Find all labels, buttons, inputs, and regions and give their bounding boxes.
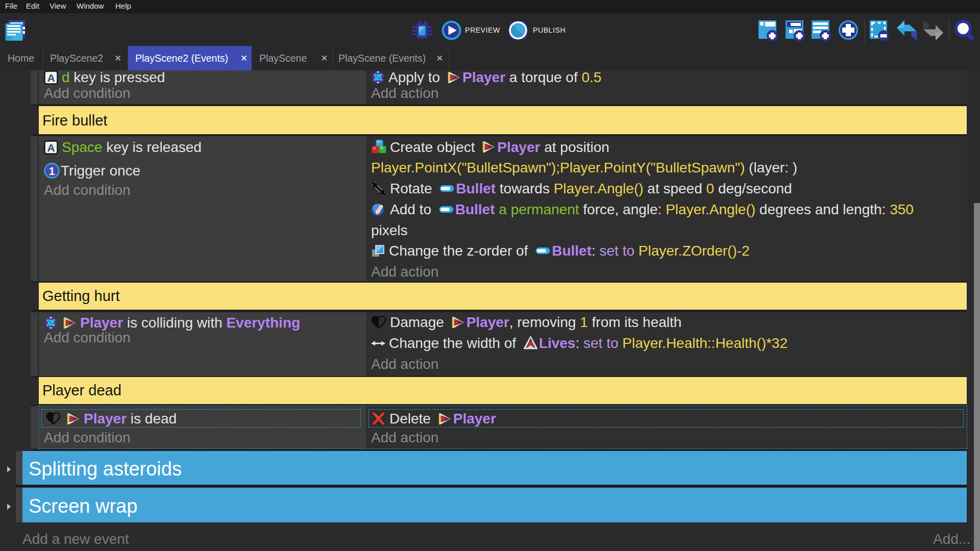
svg-text:A: A (47, 141, 55, 153)
svg-text:1: 1 (48, 165, 55, 178)
svg-text:A: A (47, 71, 55, 83)
